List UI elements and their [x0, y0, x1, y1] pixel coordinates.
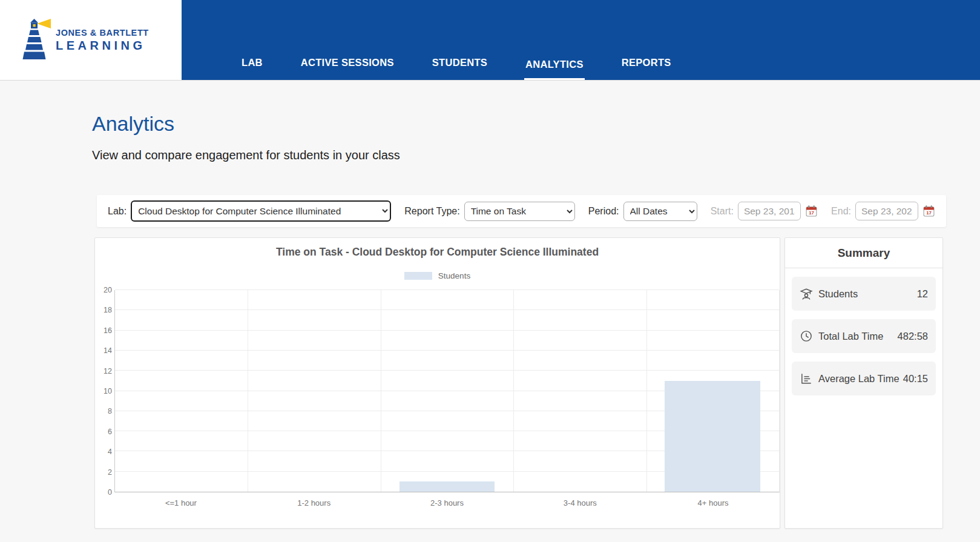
- end-date-calendar-button[interactable]: 17: [922, 205, 935, 217]
- page-subtitle: View and compare engagement for students…: [92, 148, 400, 162]
- clock-icon: [800, 329, 813, 343]
- y-axis-tick-label: 2: [95, 468, 112, 477]
- start-date-input[interactable]: [738, 202, 801, 220]
- x-axis-tick-label: 3-4 hours: [513, 498, 646, 507]
- period-filter-group: Period: All Dates: [588, 202, 697, 221]
- period-label: Period:: [588, 206, 619, 217]
- report-type-filter-group: Report Type: Time on Task: [404, 202, 574, 221]
- y-axis-tick-label: 10: [95, 387, 112, 395]
- report-type-select[interactable]: Time on Task: [464, 202, 575, 221]
- chart-card: Time on Task - Cloud Desktop for Compute…: [94, 237, 780, 529]
- lab-filter-group: Lab: Cloud Desktop for Computer Science …: [108, 200, 391, 222]
- page-title: Analytics: [92, 112, 174, 136]
- gridline: [115, 309, 779, 310]
- y-axis-tick-label: 8: [95, 407, 112, 415]
- summary-row-label: Total Lab Time: [818, 331, 898, 342]
- summary-row-label: Average Lab Time: [818, 373, 903, 385]
- x-axis-tick-label: <=1 hour: [114, 498, 248, 507]
- chart-x-axis: <=1 hour1-2 hours2-3 hours3-4 hours4+ ho…: [114, 498, 780, 507]
- end-date-group: End: 17: [831, 202, 935, 220]
- chart-plot: [114, 290, 780, 492]
- bar-2-3 hours: [400, 481, 495, 492]
- x-axis-tick-label: 4+ hours: [646, 498, 780, 507]
- summary-row-label: Students: [818, 288, 917, 300]
- student-icon: [800, 287, 813, 300]
- y-axis-tick-label: 14: [95, 346, 112, 355]
- y-axis-tick-label: 12: [95, 367, 112, 375]
- y-axis-tick-label: 4: [95, 448, 112, 456]
- end-date-label: End:: [831, 206, 851, 217]
- calendar-icon: 17: [805, 205, 818, 217]
- summary-title: Summary: [785, 246, 942, 260]
- gridline: [115, 350, 779, 351]
- summary-row-value: 482:58: [898, 331, 928, 342]
- lab-label: Lab:: [108, 206, 127, 217]
- nav-tab-analytics[interactable]: ANALYTICS: [524, 59, 585, 81]
- main-navigation: LAB ACTIVE SESSIONS STUDENTS ANALYTICS R…: [182, 0, 980, 80]
- summary-row-total-lab-time: Total Lab Time 482:58: [792, 319, 936, 353]
- start-date-label: Start:: [711, 206, 734, 217]
- y-axis-tick-label: 20: [95, 286, 112, 294]
- gridline: [248, 290, 248, 492]
- svg-text:17: 17: [926, 210, 932, 216]
- bar-chart-icon: [800, 372, 813, 385]
- period-select[interactable]: All Dates: [623, 202, 697, 221]
- y-axis-tick-label: 16: [95, 326, 112, 335]
- filter-bar: Lab: Cloud Desktop for Computer Science …: [97, 195, 946, 227]
- bar-4+ hours: [665, 381, 760, 492]
- chart-legend: Students: [95, 271, 780, 280]
- lighthouse-logo-icon: [17, 18, 52, 62]
- summary-divider: [785, 268, 942, 268]
- summary-panel: Summary Students 12 Total Lab Time 482:5…: [784, 237, 943, 529]
- svg-text:17: 17: [809, 210, 814, 216]
- summary-row-average-lab-time: Average Lab Time 40:15: [792, 362, 936, 395]
- nav-tab-students[interactable]: STUDENTS: [431, 58, 488, 81]
- y-axis-tick-label: 0: [95, 488, 112, 497]
- legend-swatch-students: [404, 272, 432, 280]
- brand-name: JONES & BARTLETT LEARNING: [56, 28, 149, 53]
- brand-line1: JONES & BARTLETT: [56, 28, 149, 38]
- start-date-calendar-button[interactable]: 17: [805, 205, 818, 217]
- nav-tab-reports[interactable]: REPORTS: [620, 58, 673, 81]
- brand-line2: LEARNING: [56, 39, 149, 53]
- brand-logo[interactable]: JONES & BARTLETT LEARNING: [0, 0, 182, 80]
- end-date-input[interactable]: [855, 202, 918, 220]
- lab-select[interactable]: Cloud Desktop for Computer Science Illum…: [131, 200, 391, 222]
- summary-row-students: Students 12: [792, 277, 936, 311]
- report-type-label: Report Type:: [404, 206, 459, 217]
- x-axis-tick-label: 1-2 hours: [248, 498, 381, 507]
- x-axis-tick-label: 2-3 hours: [381, 498, 514, 507]
- nav-tab-active-sessions[interactable]: ACTIVE SESSIONS: [300, 58, 395, 81]
- gridline: [381, 290, 381, 492]
- summary-row-value: 40:15: [903, 373, 928, 385]
- chart-y-axis: 02468101214161820: [95, 290, 112, 492]
- chart-title: Time on Task - Cloud Desktop for Compute…: [95, 246, 780, 259]
- y-axis-tick-label: 18: [95, 306, 112, 314]
- gridline: [115, 289, 779, 290]
- gridline: [115, 370, 779, 371]
- y-axis-tick-label: 6: [95, 428, 112, 436]
- header: JONES & BARTLETT LEARNING LAB ACTIVE SES…: [0, 0, 980, 81]
- gridline: [115, 330, 779, 331]
- start-date-group: Start: 17: [711, 202, 818, 220]
- calendar-icon: 17: [922, 205, 935, 217]
- nav-tab-lab[interactable]: LAB: [240, 58, 264, 81]
- gridline: [646, 290, 647, 492]
- legend-label-students: Students: [438, 271, 470, 280]
- summary-row-value: 12: [917, 288, 928, 300]
- gridline: [513, 290, 514, 492]
